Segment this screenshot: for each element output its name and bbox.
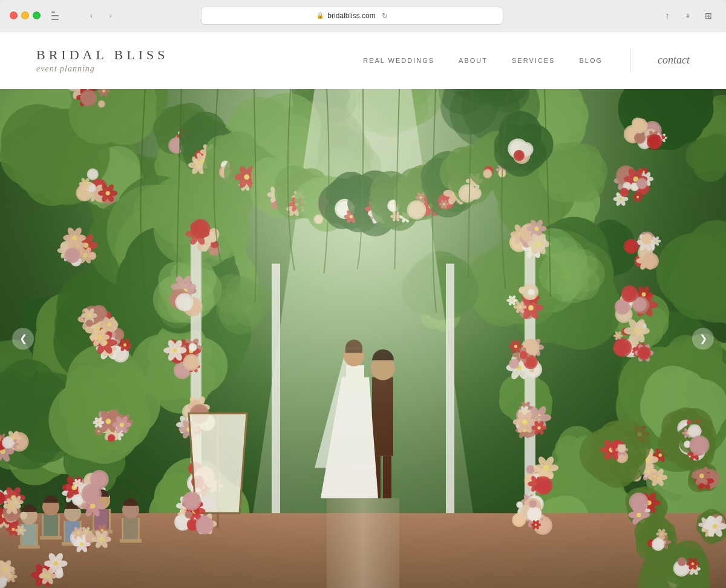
lock-icon: 🔒	[316, 12, 324, 19]
nav-real-weddings[interactable]: REAL WEDDINGS	[363, 57, 434, 64]
sidebar-toggle-button[interactable]	[48, 9, 66, 22]
browser-actions: ↑ + ⊞	[659, 9, 716, 22]
browser-nav-controls: ‹ ›	[83, 9, 119, 22]
nav-contact[interactable]: contact	[658, 54, 690, 67]
chevron-left-icon: ❮	[19, 333, 27, 344]
back-button[interactable]: ‹	[83, 9, 100, 22]
logo-name[interactable]: BRIDAL BLISS	[36, 47, 168, 63]
minimize-button[interactable]	[21, 11, 29, 19]
hero-canvas	[0, 89, 726, 588]
traffic-lights	[10, 11, 41, 19]
tab-overview-button[interactable]: ⊞	[701, 9, 716, 22]
hero-image-area: ❮ ❯	[0, 89, 726, 588]
address-bar[interactable]: 🔒 bridalbliss.com ↻	[201, 7, 503, 25]
site-header: BRIDAL BLISS event planning REAL WEDDING…	[0, 31, 726, 89]
close-button[interactable]	[10, 11, 18, 19]
chevron-right-icon: ❯	[699, 333, 707, 344]
url-text: bridalbliss.com	[327, 11, 375, 20]
forward-button[interactable]: ›	[102, 9, 119, 22]
nav-divider	[630, 48, 630, 73]
website-content: BRIDAL BLISS event planning REAL WEDDING…	[0, 31, 726, 588]
browser-chrome: ‹ › 🔒 bridalbliss.com ↻ ↑ + ⊞	[0, 0, 726, 31]
nav-about[interactable]: ABOUT	[459, 57, 488, 64]
share-button[interactable]: ↑	[659, 9, 675, 22]
logo-tagline: event planning	[36, 64, 95, 74]
refresh-icon[interactable]: ↻	[382, 11, 388, 20]
new-tab-button[interactable]: +	[680, 9, 696, 22]
browser-titlebar: ‹ › 🔒 bridalbliss.com ↻ ↑ + ⊞	[0, 0, 726, 31]
fullscreen-button[interactable]	[33, 11, 41, 19]
nav-blog[interactable]: BLOG	[579, 57, 603, 64]
slider-next-button[interactable]: ❯	[692, 328, 714, 350]
logo-area: BRIDAL BLISS event planning	[36, 47, 169, 74]
sidebar-icon	[51, 11, 62, 20]
main-navigation: REAL WEDDINGS ABOUT SERVICES BLOG contac…	[363, 48, 690, 73]
wedding-scene: ❮ ❯	[0, 89, 726, 588]
nav-services[interactable]: SERVICES	[512, 57, 555, 64]
slider-prev-button[interactable]: ❮	[12, 328, 34, 350]
